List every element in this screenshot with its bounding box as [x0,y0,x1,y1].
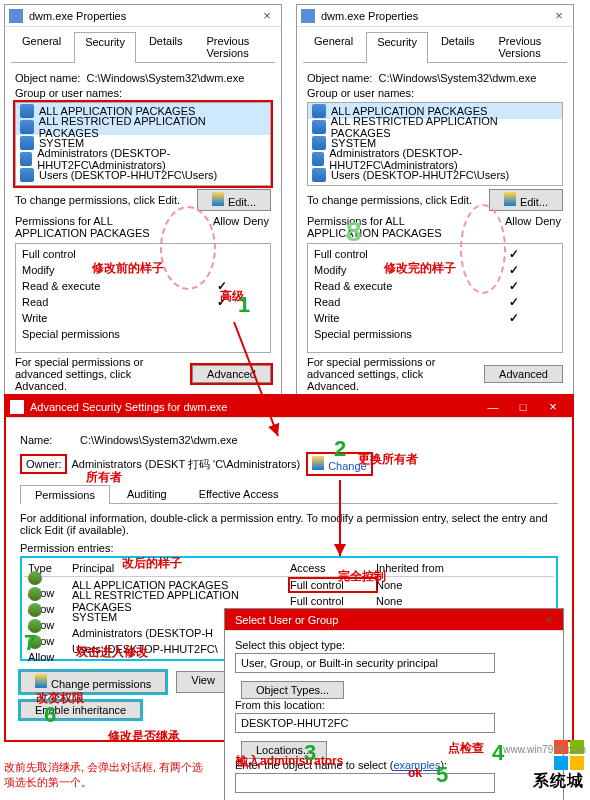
tab-auditing[interactable]: Auditing [112,484,182,503]
dialog-title: Advanced Security Settings for dwm.exe [30,401,478,413]
object-path: C:\Windows\System32\dwm.exe [87,72,245,84]
check-icon: ✓ [217,295,227,309]
locations-button[interactable]: Locations... [241,741,327,759]
tab-effective[interactable]: Effective Access [184,484,294,503]
select-user-dialog: Select User or Group× Select this object… [224,608,564,800]
group-icon [20,152,32,166]
tab-security[interactable]: Security [74,32,136,63]
object-name-input[interactable] [235,773,495,793]
maximize-icon[interactable]: □ [508,401,538,413]
app-icon [10,400,24,414]
dialog-titlebar: dwm.exe Properties× [5,5,281,27]
advanced-button[interactable]: Advanced [484,365,563,383]
edit-button[interactable]: Edit... [197,189,271,211]
brand-text: 系统城 [533,771,584,792]
group-listbox[interactable]: ALL APPLICATION PACKAGES ALL RESTRICTED … [307,102,563,186]
object-types-button[interactable]: Object Types... [241,681,344,699]
object-type-field: User, Group, or Built-in security princi… [235,653,495,673]
info-text: For additional information, double-click… [20,512,558,536]
entry-row[interactable]: AllowALL RESTRICTED APPLICATION PACKAGES… [24,593,554,609]
shield-icon [212,192,224,206]
annotation-circle [460,204,506,294]
group-user-label: Group or user names: [15,87,271,99]
properties-dialog-right: dwm.exe Properties× General Security Det… [296,4,574,434]
group-icon [20,136,34,150]
advanced-button[interactable]: Advanced [192,365,271,383]
perm-entries-label: Permission entries: [20,542,558,554]
group-item[interactable]: Administrators (DESKTOP-HHUT2FC\Administ… [308,151,562,167]
watermark: www.win7999.com [503,744,586,755]
object-type-label: Select this object type: [235,639,553,651]
tab-general[interactable]: General [11,31,72,62]
group-item[interactable]: ALL RESTRICTED APPLICATION PACKAGES [308,119,562,135]
close-icon[interactable]: × [257,8,277,23]
annotation-circle [160,206,216,290]
perm-for-label: Permissions for ALL APPLICATION PACKAGES [15,215,155,239]
change-permissions-button[interactable]: Change permissions [20,671,166,693]
close-icon[interactable]: × [539,612,559,627]
owner-value: Administrators (DESKT 打码 'C\Administrato… [71,457,300,472]
group-icon [20,104,34,118]
advanced-tabs: Permissions Auditing Effective Access [20,484,558,504]
owner-label: Owner: [20,454,67,474]
group-item[interactable]: Administrators (DESKTOP-HHUT2FC\Administ… [16,151,270,167]
app-icon [9,9,23,23]
tab-prev-versions[interactable]: Previous Versions [196,31,273,62]
location-field: DESKTOP-HHUT2FC [235,713,495,733]
group-icon [20,120,34,134]
view-button[interactable]: View [176,671,230,693]
change-owner-link[interactable]: Change [306,452,373,476]
properties-tabs: General Security Details Previous Versio… [11,31,275,63]
object-name-label: Object name: [15,72,80,84]
edit-button[interactable]: Edit... [489,189,563,211]
dialog-title: Select User or Group [229,614,539,626]
group-item[interactable]: ALL RESTRICTED APPLICATION PACKAGES [16,119,270,135]
dialog-title: dwm.exe Properties [29,10,257,22]
permissions-list: Full control✓ Modify✓ Read & execute✓ Re… [307,243,563,353]
enter-name-label: Enter the object name to select ( [235,759,393,771]
close-icon[interactable]: × [549,8,569,23]
tab-details[interactable]: Details [138,31,194,62]
group-listbox[interactable]: ALL APPLICATION PACKAGES ALL RESTRICTED … [15,102,271,186]
tab-permissions[interactable]: Permissions [20,485,110,504]
location-label: From this location: [235,699,553,711]
check-icon: ✓ [217,279,227,293]
name-value: C:\Windows\System32\dwm.exe [80,434,238,446]
properties-dialog-left: dwm.exe Properties× General Security Det… [4,4,282,434]
shield-icon [312,456,324,470]
name-label: Name: [20,434,80,446]
enable-inheritance-button[interactable]: Enable inheritance [20,701,141,719]
permissions-list: Full control Modify Read & execute✓ Read… [15,243,271,353]
group-icon [20,168,34,182]
dialog-titlebar: Advanced Security Settings for dwm.exe—□… [6,396,572,418]
change-perm-text: To change permissions, click Edit. [15,194,180,206]
app-icon [301,9,315,23]
dialog-title: dwm.exe Properties [321,10,549,22]
special-text: For special permissions or advanced sett… [15,356,165,392]
minimize-icon[interactable]: — [478,401,508,413]
close-icon[interactable]: × [538,399,568,414]
annotation: 改前先取消继承, 会弹出对话框, 有两个选项选长的第一个。 [4,760,214,790]
examples-link[interactable]: examples [393,759,440,771]
